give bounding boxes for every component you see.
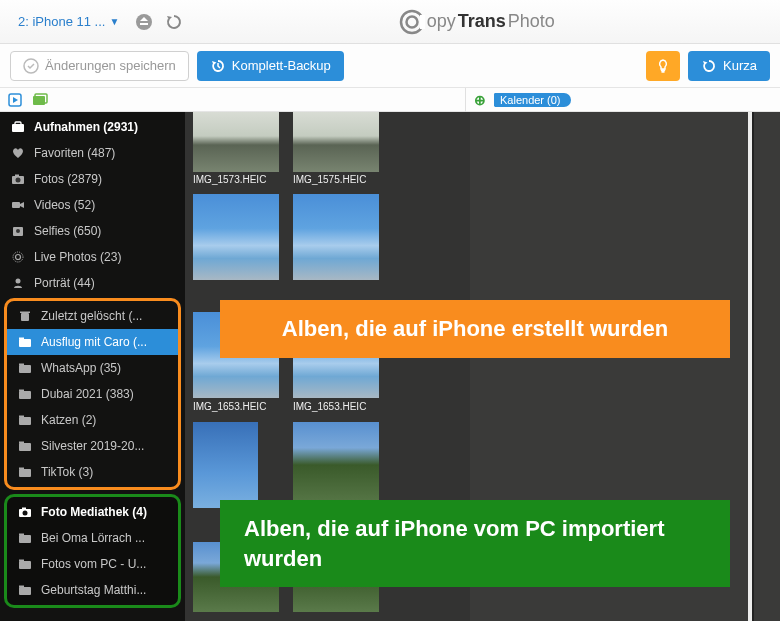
thumb-2-caption: IMG_1575.HEIC [293, 174, 379, 185]
thumb-4[interactable] [293, 194, 379, 280]
svg-point-16 [13, 252, 23, 262]
chevron-down-icon: ▼ [109, 16, 119, 27]
svg-rect-36 [19, 535, 31, 543]
album-zuletzt[interactable]: Zuletzt gelöscht (... [7, 303, 178, 329]
thumb-5-caption: IMG_1653.HEIC [193, 401, 279, 412]
svg-point-34 [23, 511, 28, 516]
thumb-1-caption: IMG_1573.HEIC [193, 174, 279, 185]
save-button[interactable]: Änderungen speichern [10, 51, 189, 81]
refresh-icon [701, 58, 717, 74]
livephoto-icon [10, 249, 26, 265]
folder-icon [17, 386, 33, 402]
group-pc-albums: Foto Mediathek (4) Bei Oma Lörrach ... F… [4, 494, 181, 608]
trash-icon [17, 308, 33, 324]
right-pane-side [752, 112, 780, 621]
portrait-icon [10, 275, 26, 291]
album-icon[interactable] [32, 93, 48, 107]
folder-icon [17, 530, 33, 546]
svg-rect-9 [15, 122, 21, 125]
svg-point-18 [16, 279, 21, 284]
history-icon [210, 58, 226, 74]
folder-icon [17, 360, 33, 376]
lightbulb-icon [655, 58, 671, 74]
thumb-2[interactable] [293, 112, 379, 172]
svg-rect-41 [19, 586, 24, 588]
eject-icon[interactable] [135, 13, 153, 31]
svg-rect-28 [19, 416, 24, 418]
content-header: ⊕ Kalender (0) [185, 88, 780, 112]
thumb-7[interactable] [193, 422, 258, 508]
refresh-icon[interactable] [165, 13, 183, 31]
album-livephotos[interactable]: Live Photos (23) [0, 244, 185, 270]
thumb-8[interactable] [293, 422, 379, 508]
thumb-6-caption: IMG_1653.HEIC [293, 401, 379, 412]
titlebar: 2: iPhone 11 ... ▼ opyTrans Photo [0, 0, 780, 44]
svg-rect-19 [21, 313, 29, 321]
thumb-1[interactable] [193, 112, 279, 172]
svg-point-11 [16, 178, 21, 183]
svg-rect-40 [19, 587, 31, 595]
album-tiktok[interactable]: TikTok (3) [7, 459, 178, 485]
album-favoriten[interactable]: Favoriten (487) [0, 140, 185, 166]
tips-button[interactable] [646, 51, 680, 81]
folder-icon [17, 438, 33, 454]
camera-icon [17, 504, 33, 520]
album-fotos[interactable]: Fotos (2879) [0, 166, 185, 192]
check-circle-icon [23, 58, 39, 74]
callout-green: Alben, die auf iPhone vom PC importiert … [220, 500, 730, 587]
svg-rect-21 [19, 339, 31, 347]
device-selector[interactable]: 2: iPhone 11 ... ▼ [10, 10, 127, 33]
svg-rect-12 [15, 175, 19, 177]
album-list: Aufnahmen (2931) Favoriten (487) Fotos (… [0, 112, 185, 621]
svg-point-2 [406, 16, 417, 27]
camera-icon [10, 171, 26, 187]
svg-rect-30 [19, 442, 24, 444]
calendar-label[interactable]: Kalender (0) [494, 93, 571, 107]
svg-rect-38 [19, 561, 31, 569]
svg-rect-35 [22, 508, 26, 510]
svg-rect-29 [19, 443, 31, 451]
svg-rect-37 [19, 534, 24, 536]
folder-icon [17, 412, 33, 428]
group-iphone-albums: Zuletzt gelöscht (... Ausflug mit Caro (… [4, 298, 181, 490]
titlebar-actions [135, 13, 183, 31]
svg-rect-31 [19, 469, 31, 477]
album-whatsapp[interactable]: WhatsApp (35) [7, 355, 178, 381]
svg-point-0 [136, 14, 152, 30]
toolbar: Änderungen speichern Komplett-Backup Kur… [0, 44, 780, 88]
logo-icon [399, 9, 425, 35]
album-videos[interactable]: Videos (52) [0, 192, 185, 218]
backup-button[interactable]: Komplett-Backup [197, 51, 344, 81]
album-dubai[interactable]: Dubai 2021 (383) [7, 381, 178, 407]
album-mediathek[interactable]: Foto Mediathek (4) [7, 499, 178, 525]
sidebar: Aufnahmen (2931) Favoriten (487) Fotos (… [0, 88, 185, 621]
svg-rect-25 [19, 391, 31, 399]
album-ausflug[interactable]: Ausflug mit Caro (... [7, 329, 178, 355]
album-beioma[interactable]: Bei Oma Lörrach ... [7, 525, 178, 551]
svg-rect-24 [19, 364, 24, 366]
svg-rect-22 [19, 338, 24, 340]
svg-rect-13 [12, 202, 20, 208]
short-button[interactable]: Kurza [688, 51, 770, 81]
album-aufnahmen[interactable]: Aufnahmen (2931) [0, 114, 185, 140]
album-katzen[interactable]: Katzen (2) [7, 407, 178, 433]
thumb-3[interactable] [193, 194, 279, 280]
album-portrait[interactable]: Porträt (44) [0, 270, 185, 296]
folder-icon [17, 334, 33, 350]
callout-orange: Alben, die auf iPhone erstellt wurden [220, 300, 730, 358]
folder-icon [17, 464, 33, 480]
svg-point-15 [16, 229, 20, 233]
album-silvester[interactable]: Silvester 2019-20... [7, 433, 178, 459]
device-label: 2: iPhone 11 ... [18, 14, 105, 29]
album-geburtstag[interactable]: Geburtstag Matthi... [7, 577, 178, 603]
album-selfies[interactable]: Selfies (650) [0, 218, 185, 244]
selfie-icon [10, 223, 26, 239]
folder-icon [17, 556, 33, 572]
svg-rect-3 [420, 15, 425, 29]
album-fotospc[interactable]: Fotos vom PC - U... [7, 551, 178, 577]
svg-point-17 [16, 255, 21, 260]
app-title: opyTrans Photo [183, 9, 770, 35]
play-icon[interactable] [8, 93, 22, 107]
right-header: ⊕ Kalender (0) [465, 88, 780, 112]
plus-icon[interactable]: ⊕ [474, 92, 486, 108]
